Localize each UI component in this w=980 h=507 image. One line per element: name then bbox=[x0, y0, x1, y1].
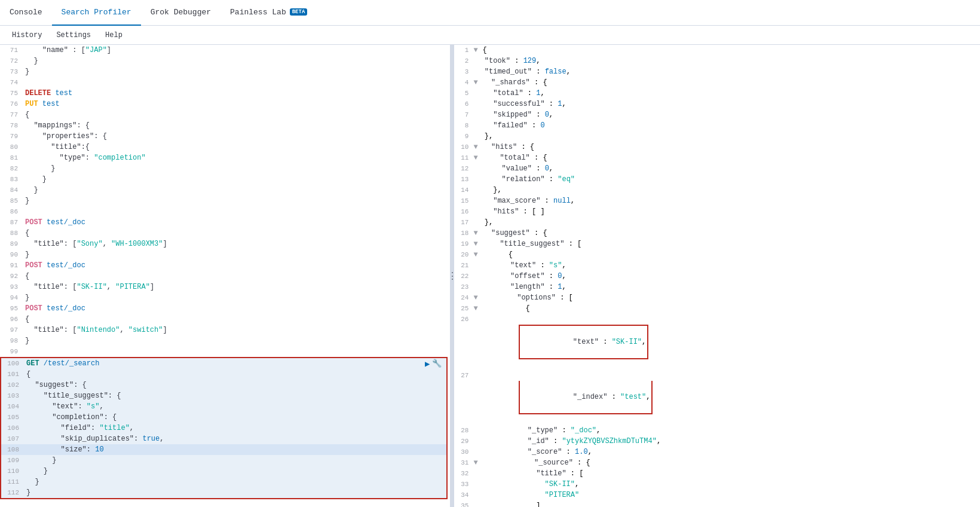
fold-icon[interactable]: ▼ bbox=[473, 45, 477, 56]
code-line: 104 "text": "s", bbox=[1, 401, 446, 412]
code-line: 73 } bbox=[0, 66, 450, 77]
output-line: 4 ▼ "_shards" : { bbox=[454, 77, 980, 88]
editor-panel: 71 "name" : ["JAP"] 72 } 73 } 74 75 DELE… bbox=[0, 45, 451, 507]
output-line: 10 ▼ "hits" : { bbox=[454, 142, 980, 152]
output-line: 28 "_type" : "_doc", bbox=[454, 425, 980, 436]
fold-icon[interactable]: ▼ bbox=[473, 249, 477, 260]
output-line: 25 ▼ { bbox=[454, 303, 980, 314]
output-line-red-box-partial-1: 27 "_index" : "test", bbox=[454, 370, 980, 425]
code-line: 103 "title_suggest": { bbox=[1, 390, 446, 401]
output-line: 1 ▼ { bbox=[454, 45, 980, 56]
query-block: 100 GET /test/_search ▶ 🔧 101 { 102 "sug… bbox=[0, 357, 448, 499]
output-line: 21 "text" : "s", bbox=[454, 260, 980, 271]
code-line: 111 } bbox=[1, 477, 446, 487]
output-line: 19 ▼ "title_suggest" : [ bbox=[454, 239, 980, 249]
beta-badge: BETA bbox=[290, 8, 308, 16]
output-line: 13 "relation" : "eq" bbox=[454, 174, 980, 185]
output-line: 31 ▼ "_source" : { bbox=[454, 457, 980, 468]
fold-icon[interactable]: ▼ bbox=[473, 457, 477, 468]
output-line: 33 "SK-II", bbox=[454, 479, 980, 490]
code-line: 76 PUT test bbox=[0, 99, 450, 109]
fold-icon[interactable]: ▼ bbox=[473, 142, 477, 152]
code-line: 101 { bbox=[1, 369, 446, 380]
code-line: 84 } bbox=[0, 185, 450, 196]
output-line: 6 "successful" : 1, bbox=[454, 99, 980, 109]
output-line: 29 "_id" : "ytykZYQBVSZhkmDTuTM4", bbox=[454, 436, 980, 447]
code-line: 109 } bbox=[1, 455, 446, 466]
subnav-help[interactable]: Help bbox=[98, 26, 130, 45]
fold-icon[interactable]: ▼ bbox=[473, 228, 477, 239]
subnav-history[interactable]: History bbox=[5, 26, 49, 45]
output-line: 22 "offset" : 0, bbox=[454, 271, 980, 282]
code-line: 90 } bbox=[0, 249, 450, 260]
code-line: 79 "properties": { bbox=[0, 131, 450, 142]
line-actions: ▶ 🔧 bbox=[425, 359, 442, 369]
code-line: 106 "field": "title", bbox=[1, 423, 446, 433]
code-line: 82 } bbox=[0, 163, 450, 174]
code-line: 97 "title": ["Nintendo", "switch"] bbox=[0, 325, 450, 335]
tab-console[interactable]: Console bbox=[0, 0, 52, 26]
tab-grok-debugger[interactable]: Grok Debugger bbox=[141, 0, 220, 26]
output-line: 30 "_score" : 1.0, bbox=[454, 447, 980, 457]
code-line: 77 { bbox=[0, 109, 450, 120]
output-line: 15 "max_score" : null, bbox=[454, 196, 980, 206]
output-line: 5 "total" : 1, bbox=[454, 88, 980, 99]
top-navigation: Console Search Profiler Grok Debugger Pa… bbox=[0, 0, 980, 26]
code-line: 83 } bbox=[0, 174, 450, 185]
code-line: 75 DELETE test bbox=[0, 88, 450, 99]
output-line: 35 ] bbox=[454, 500, 980, 507]
sub-navigation: History Settings Help bbox=[0, 26, 980, 45]
code-line: 100 GET /test/_search ▶ 🔧 bbox=[1, 358, 446, 369]
code-line: 91 POST test/_doc bbox=[0, 260, 450, 271]
code-line: 102 "suggest": { bbox=[1, 380, 446, 390]
output-line: 16 "hits" : [ ] bbox=[454, 206, 980, 217]
wrench-icon[interactable]: 🔧 bbox=[432, 359, 442, 369]
output-line: 12 "value" : 0, bbox=[454, 163, 980, 174]
fold-icon[interactable]: ▼ bbox=[473, 292, 477, 303]
code-line: 95 POST test/_doc bbox=[0, 303, 450, 314]
output-line: 24 ▼ "options" : [ bbox=[454, 292, 980, 303]
code-line: 81 "type": "completion" bbox=[0, 152, 450, 163]
output-line: 34 "PITERA" bbox=[454, 490, 980, 500]
output-line-red-box-1: 26 "text" : "SK-II", bbox=[454, 314, 980, 370]
fold-icon[interactable]: ▼ bbox=[473, 77, 477, 88]
tab-painless-lab[interactable]: Painless Lab BETA bbox=[220, 0, 317, 26]
output-line: 20 ▼ { bbox=[454, 249, 980, 260]
fold-icon[interactable]: ▼ bbox=[473, 239, 477, 249]
code-line: 85 } bbox=[0, 196, 450, 206]
output-line: 8 "failed" : 0 bbox=[454, 120, 980, 131]
output-panel: 1 ▼ { 2 "took" : 129, 3 "timed_out" : fa… bbox=[454, 45, 980, 507]
code-line: 112 } bbox=[1, 487, 446, 498]
code-line: 80 "title":{ bbox=[0, 142, 450, 152]
output-line: 11 ▼ "total" : { bbox=[454, 152, 980, 163]
code-line-current: 108 "size": 10 bbox=[1, 444, 446, 455]
output-line: 18 ▼ "suggest" : { bbox=[454, 228, 980, 239]
output-line: 14 }, bbox=[454, 185, 980, 196]
output-scroll[interactable]: 1 ▼ { 2 "took" : 129, 3 "timed_out" : fa… bbox=[454, 45, 980, 507]
editor-scroll[interactable]: 71 "name" : ["JAP"] 72 } 73 } 74 75 DELE… bbox=[0, 45, 450, 507]
output-line: 2 "took" : 129, bbox=[454, 56, 980, 66]
code-line: 105 "completion": { bbox=[1, 412, 446, 423]
code-line: 96 { bbox=[0, 314, 450, 325]
code-line: 78 "mappings": { bbox=[0, 120, 450, 131]
code-line: 72 } bbox=[0, 56, 450, 66]
run-icon[interactable]: ▶ bbox=[425, 359, 430, 369]
output-line: 17 }, bbox=[454, 217, 980, 228]
code-line: 87 POST test/_doc bbox=[0, 217, 450, 228]
output-line: 23 "length" : 1, bbox=[454, 282, 980, 292]
main-layout: 71 "name" : ["JAP"] 72 } 73 } 74 75 DELE… bbox=[0, 45, 980, 507]
output-line: 9 }, bbox=[454, 131, 980, 142]
subnav-settings[interactable]: Settings bbox=[49, 26, 98, 45]
output-line: 32 "title" : [ bbox=[454, 468, 980, 479]
code-line: 94 } bbox=[0, 292, 450, 303]
code-line: 93 "title": ["SK-II", "PITERA"] bbox=[0, 282, 450, 292]
tab-search-profiler[interactable]: Search Profiler bbox=[52, 0, 141, 26]
fold-icon[interactable]: ▼ bbox=[473, 152, 477, 163]
code-line: 110 } bbox=[1, 466, 446, 477]
code-line: 71 "name" : ["JAP"] bbox=[0, 45, 450, 56]
code-line: 88 { bbox=[0, 228, 450, 239]
fold-icon[interactable]: ▼ bbox=[473, 303, 477, 314]
output-line: 7 "skipped" : 0, bbox=[454, 109, 980, 120]
code-line: 99 bbox=[0, 346, 450, 357]
code-line: 92 { bbox=[0, 271, 450, 282]
